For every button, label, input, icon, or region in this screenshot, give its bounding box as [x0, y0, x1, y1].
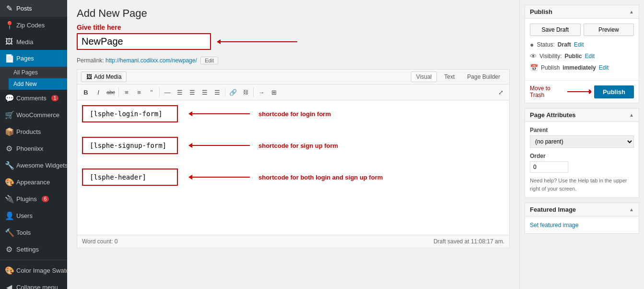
table-button[interactable]: ⊞ — [268, 86, 280, 98]
pages-icon: 📄 — [5, 54, 13, 63]
align-right-button[interactable]: ☰ — [199, 86, 211, 98]
editor-toolbar-top: 🖼 Add Media Visual Text Page Builder — [77, 70, 509, 84]
status-icon: ● — [530, 41, 534, 48]
svg-marker-1 — [217, 39, 221, 44]
parent-select[interactable]: (no parent) — [530, 135, 634, 148]
unlink-button[interactable]: ⛓ — [240, 86, 251, 98]
featured-image-header[interactable]: Featured Image ▲ — [525, 203, 639, 217]
status-row: ● Status: Draft Edit — [530, 41, 634, 48]
sidebar-item-users[interactable]: 👤 Users — [0, 207, 67, 224]
sidebar-item-woocommerce[interactable]: 🛒 WooCommerce — [0, 107, 67, 123]
sidebar-divider — [0, 260, 67, 260]
publish-metabox: Publish ▲ Save Draft Preview ● Status: D… — [525, 5, 639, 103]
sidebar-item-products[interactable]: 📦 Products — [0, 123, 67, 140]
preview-button[interactable]: Preview — [584, 24, 634, 36]
sidebar-item-awesome-widgets[interactable]: 🔧 Awesome Widgets — [0, 157, 67, 174]
strikethrough-button[interactable]: abc — [105, 86, 117, 98]
status-edit-link[interactable]: Edit — [574, 41, 584, 48]
publish-time-label: Publish — [541, 64, 560, 71]
page-attributes-title: Page Attributes — [530, 111, 576, 119]
sidebar-item-label: Posts — [16, 5, 32, 12]
sidebar-item-label: Appearance — [16, 179, 50, 186]
sidebar-item-tools[interactable]: 🔨 Tools — [0, 224, 67, 241]
title-input[interactable]: NewPage — [82, 36, 206, 47]
shortcode-box-1: [lsphe-login-form] — [82, 105, 178, 122]
set-featured-image-link[interactable]: Set featured image — [530, 222, 578, 229]
shortcode-label-3: shortcode for both login and sign up for… — [258, 174, 383, 181]
ul-button[interactable]: ≡ — [121, 86, 132, 98]
fmt-divider-4 — [253, 87, 254, 97]
awesome-widgets-icon: 🔧 — [5, 161, 13, 170]
shortcode-label-1: shortcode for login form — [258, 110, 331, 118]
align-center-button[interactable]: ☰ — [187, 86, 198, 98]
blockquote-button[interactable]: " — [146, 86, 157, 98]
add-media-button[interactable]: 🖼 Add Media — [81, 72, 127, 82]
italic-button[interactable]: I — [93, 86, 104, 98]
title-input-wrapper[interactable]: NewPage — [77, 33, 211, 50]
expand-button[interactable]: ⤢ — [495, 86, 506, 98]
page-attributes-header[interactable]: Page Attributes ▲ — [525, 108, 639, 122]
sidebar-item-add-new[interactable]: Add New — [9, 78, 67, 90]
tab-visual[interactable]: Visual — [411, 72, 437, 82]
publish-time-row: 📅 Publish immediately Edit — [530, 64, 634, 72]
comments-icon: 💬 — [5, 94, 13, 103]
sidebar-item-media[interactable]: 🖼 Media — [0, 34, 67, 50]
sidebar: ✎ Posts 📍 Zip Codes 🖼 Media 📄 Pages All … — [0, 0, 67, 289]
sidebar-item-color-image-swatches[interactable]: 🎨 Color Image Swatches — [0, 262, 67, 279]
indent-button[interactable]: → — [256, 86, 267, 98]
tab-page-builder[interactable]: Page Builder — [462, 72, 505, 82]
visibility-edit-link[interactable]: Edit — [585, 53, 595, 60]
collapse-menu[interactable]: ◀ Collapse menu — [0, 279, 67, 289]
permalink-link[interactable]: http://hemani.codiixx.com/newpage/ — [105, 57, 197, 64]
word-count: Word count: 0 — [82, 238, 117, 245]
publish-metabox-header[interactable]: Publish ▲ — [525, 5, 639, 19]
publish-metabox-body: Save Draft Preview ● Status: Draft Edit … — [525, 19, 639, 80]
help-text: Need help? Use the Help tab in the upper… — [530, 177, 634, 193]
sidebar-item-label: Awesome Widgets — [16, 162, 67, 169]
sidebar-item-plugins[interactable]: 🔌 Plugins 6 — [0, 191, 67, 207]
sidebar-item-posts[interactable]: ✎ Posts — [0, 0, 67, 17]
publish-button[interactable]: Publish — [594, 85, 634, 98]
sidebar-item-settings[interactable]: ⚙ Settings — [0, 241, 67, 258]
svg-marker-5 — [188, 143, 192, 148]
order-input[interactable] — [530, 161, 568, 173]
publish-toggle-icon: ▲ — [629, 9, 634, 14]
sidebar-item-pages[interactable]: 📄 Pages — [0, 50, 67, 67]
plugins-badge: 6 — [42, 196, 49, 202]
sidebar-item-zip-codes[interactable]: 📍 Zip Codes — [0, 17, 67, 34]
align-left-button[interactable]: ☰ — [174, 86, 186, 98]
plugins-icon: 🔌 — [5, 194, 13, 204]
featured-image-toggle: ▲ — [629, 207, 634, 212]
ol-button[interactable]: ≡ — [133, 86, 145, 98]
title-row: NewPage — [77, 33, 302, 50]
sidebar-item-comments[interactable]: 💬 Comments 1 — [0, 90, 67, 107]
pages-submenu: All Pages Add New — [0, 67, 67, 90]
sidebar-item-phoeniixx[interactable]: ⚙ Phoeniixx — [0, 140, 67, 157]
align-justify-button[interactable]: ☰ — [211, 86, 223, 98]
sidebar-item-label: Settings — [16, 246, 39, 253]
featured-image-metabox: Featured Image ▲ Set featured image — [525, 203, 639, 234]
shortcode-box-3: [lsphe-header] — [82, 169, 178, 186]
bold-button[interactable]: B — [80, 86, 92, 98]
featured-image-body: Set featured image — [525, 217, 639, 233]
sidebar-bottom: ◀ Collapse menu — [0, 279, 67, 289]
publish-time-value: immediately — [562, 64, 596, 71]
settings-icon: ⚙ — [5, 245, 13, 254]
save-draft-button[interactable]: Save Draft — [530, 24, 581, 36]
sidebar-item-appearance[interactable]: 🎨 Appearance — [0, 174, 67, 191]
sidebar-item-all-pages[interactable]: All Pages — [9, 67, 67, 78]
move-to-trash-link[interactable]: Move to Trash — [530, 85, 562, 98]
sidebar-item-label: Comments — [16, 95, 47, 102]
permalink-edit-btn[interactable]: Edit — [200, 57, 218, 64]
page-title: Add New Page — [77, 7, 510, 20]
status-value: Draft — [558, 41, 571, 48]
order-label: Order — [530, 153, 634, 159]
link-button[interactable]: 🔗 — [227, 86, 239, 98]
tools-icon: 🔨 — [5, 228, 13, 237]
visibility-row: 👁 Visibility: Public Edit — [530, 52, 634, 60]
give-title-hint: Give title here — [77, 24, 302, 31]
color-swatches-icon: 🎨 — [5, 266, 13, 275]
tab-text[interactable]: Text — [439, 72, 460, 82]
publish-time-edit-link[interactable]: Edit — [599, 64, 609, 71]
hr-button[interactable]: — — [162, 86, 173, 98]
